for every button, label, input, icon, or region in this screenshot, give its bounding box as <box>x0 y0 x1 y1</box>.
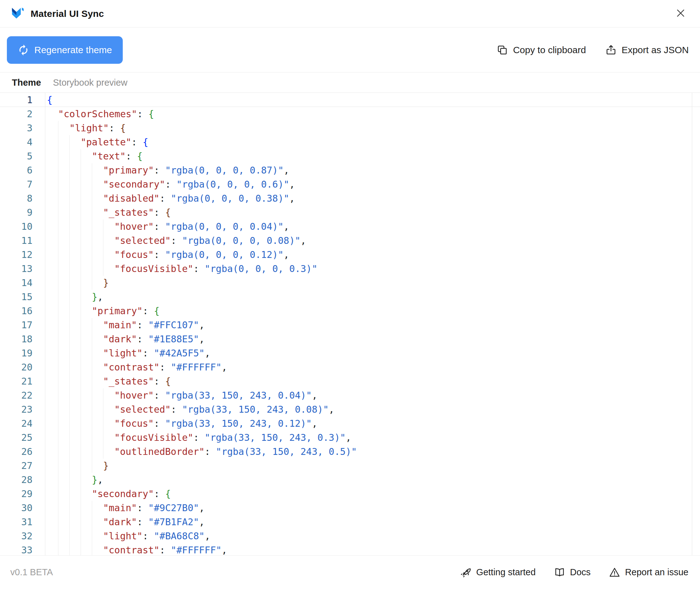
code-token: "rgba(0, 0, 0, 0.38)" <box>171 191 289 205</box>
code-line-content: "hover": "rgba(33, 150, 243, 0.04)", <box>45 388 317 402</box>
line-number: 15 <box>0 290 45 304</box>
line-number: 25 <box>0 430 45 444</box>
code-line[interactable]: 8"disabled": "rgba(0, 0, 0, 0.38)", <box>0 191 700 205</box>
code-token: "secondary" <box>92 487 154 501</box>
indent-guide <box>81 402 92 416</box>
code-line[interactable]: 29"secondary": { <box>0 487 700 501</box>
code-line[interactable]: 23"selected": "rgba(33, 150, 243, 0.08)"… <box>0 402 700 416</box>
docs-link[interactable]: Docs <box>554 567 591 578</box>
code-line[interactable]: 18"dark": "#1E88E5", <box>0 332 700 346</box>
code-line[interactable]: 32"light": "#BA68C8", <box>0 529 700 543</box>
indent-guide <box>58 205 69 219</box>
indent-guide <box>58 135 69 149</box>
indent-guide <box>47 444 58 459</box>
regenerate-theme-button[interactable]: Regenerate theme <box>7 36 123 64</box>
indent-guide <box>92 248 103 262</box>
report-an-issue-link[interactable]: Report an issue <box>609 567 688 578</box>
code-line[interactable]: 17"main": "#FFC107", <box>0 318 700 332</box>
line-number: 3 <box>0 121 45 135</box>
line-number: 21 <box>0 374 45 388</box>
code-token: { <box>165 487 171 501</box>
line-number: 29 <box>0 487 45 501</box>
code-line[interactable]: 31"dark": "#7B1FA2", <box>0 515 700 529</box>
indent-guide <box>92 276 103 290</box>
code-line[interactable]: 13"focusVisible": "rgba(0, 0, 0, 0.3)" <box>0 262 700 276</box>
code-token: { <box>120 121 126 135</box>
code-token: , <box>97 290 103 304</box>
code-line-content: }, <box>45 290 103 304</box>
indent-guide <box>81 430 92 444</box>
code-line[interactable]: 3"light": { <box>0 121 700 135</box>
code-line[interactable]: 19"light": "#42A5F5", <box>0 346 700 360</box>
code-line-content: "focusVisible": "rgba(33, 150, 243, 0.3)… <box>45 430 351 444</box>
getting-started-link[interactable]: Getting started <box>460 567 536 578</box>
code-token: , <box>329 402 334 416</box>
indent-guide <box>92 318 103 332</box>
code-line[interactable]: 14} <box>0 276 700 290</box>
code-token: : <box>109 121 120 135</box>
indent-guide <box>81 388 92 402</box>
theme-code-editor[interactable]: 1{2"colorSchemes": {3"light": {4"palette… <box>0 93 700 555</box>
indent-guide <box>69 529 81 543</box>
code-line[interactable]: 4"palette": { <box>0 135 700 149</box>
indent-guide <box>69 388 81 402</box>
line-number: 26 <box>0 444 45 459</box>
indent-guide <box>47 416 58 430</box>
indent-guide <box>81 276 92 290</box>
code-line[interactable]: 30"main": "#9C27B0", <box>0 501 700 515</box>
indent-guide <box>47 191 58 205</box>
indent-guide <box>58 473 69 487</box>
code-line[interactable]: 24"focus": "rgba(33, 150, 243, 0.12)", <box>0 416 700 430</box>
code-line[interactable]: 12"focus": "rgba(0, 0, 0, 0.12)", <box>0 248 700 262</box>
indent-guide <box>69 248 81 262</box>
code-line[interactable]: 22"hover": "rgba(33, 150, 243, 0.04)", <box>0 388 700 402</box>
code-token: , <box>312 416 317 430</box>
code-token: : <box>154 374 165 388</box>
code-token: "main" <box>103 318 137 332</box>
code-line[interactable]: 28}, <box>0 473 700 487</box>
version-badge: v0.1 BETA <box>10 567 53 577</box>
code-line[interactable]: 16"primary": { <box>0 304 700 318</box>
code-line[interactable]: 11"selected": "rgba(0, 0, 0, 0.08)", <box>0 233 700 248</box>
copy-to-clipboard-button[interactable]: Copy to clipboard <box>497 44 586 56</box>
export-as-json-button[interactable]: Export as JSON <box>605 44 689 56</box>
indent-guide <box>47 388 58 402</box>
code-token: "primary" <box>92 304 143 318</box>
code-token: } <box>103 276 109 290</box>
code-line[interactable]: 15}, <box>0 290 700 304</box>
line-number: 22 <box>0 388 45 402</box>
indent-guide <box>58 501 69 515</box>
code-line[interactable]: 33"contrast": "#FFFFFF", <box>0 543 700 555</box>
code-line[interactable]: 9"_states": { <box>0 205 700 219</box>
code-token: "#FFFFFF" <box>171 543 222 555</box>
indent-guide <box>47 473 58 487</box>
indent-guide <box>103 430 114 444</box>
indent-guide <box>58 459 69 473</box>
code-line[interactable]: 26"outlinedBorder": "rgba(33, 150, 243, … <box>0 444 700 459</box>
code-token: "light" <box>103 346 142 360</box>
close-button[interactable] <box>672 4 689 23</box>
tab-theme[interactable]: Theme <box>12 77 41 88</box>
code-line[interactable]: 5"text": { <box>0 149 700 163</box>
vertical-scrollbar[interactable] <box>692 93 700 555</box>
code-line[interactable]: 7"secondary": "rgba(0, 0, 0, 0.6)", <box>0 177 700 191</box>
code-line[interactable]: 25"focusVisible": "rgba(33, 150, 243, 0.… <box>0 430 700 444</box>
indent-guide <box>81 473 92 487</box>
indent-guide <box>92 459 103 473</box>
code-token: : <box>154 388 165 402</box>
code-line[interactable]: 2"colorSchemes": { <box>0 107 700 121</box>
code-line[interactable]: 20"contrast": "#FFFFFF", <box>0 360 700 374</box>
code-line[interactable]: 10"hover": "rgba(0, 0, 0, 0.04)", <box>0 219 700 233</box>
indent-guide <box>58 262 69 276</box>
code-token: , <box>199 501 205 515</box>
indent-guide <box>81 459 92 473</box>
code-line-content: }, <box>45 473 103 487</box>
code-line[interactable]: 27} <box>0 459 700 473</box>
code-line[interactable]: 1{ <box>0 93 700 107</box>
line-number: 30 <box>0 501 45 515</box>
indent-guide <box>69 402 81 416</box>
code-line[interactable]: 6"primary": "rgba(0, 0, 0, 0.87)", <box>0 163 700 177</box>
tab-storybook-preview[interactable]: Storybook preview <box>53 77 127 88</box>
code-token: "rgba(33, 150, 243, 0.04)" <box>165 388 312 402</box>
code-line[interactable]: 21"_states": { <box>0 374 700 388</box>
